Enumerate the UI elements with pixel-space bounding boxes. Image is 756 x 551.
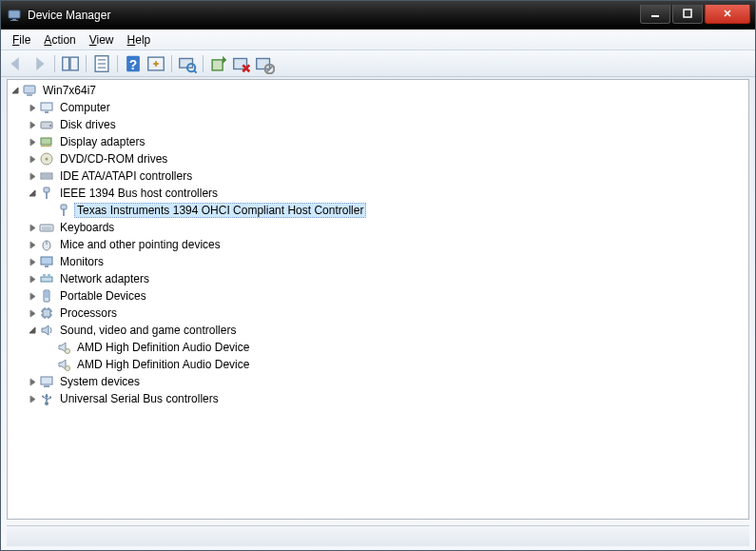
svg-rect-44 [41,257,52,265]
mouse-icon [39,237,54,252]
tree-node-sound-device[interactable]: AMD High Definition Audio Device [8,339,748,356]
window-buttons [640,7,755,24]
ide-icon [39,168,54,184]
tree-node-label: Computer [57,100,113,115]
expand-toggle[interactable] [27,222,38,233]
expand-toggle[interactable] [27,290,38,302]
expand-toggle[interactable] [27,376,38,387]
expand-toggle[interactable] [27,239,38,250]
svg-rect-28 [41,138,51,145]
forward-button[interactable] [28,53,50,74]
usb-icon [39,391,54,406]
sound-icon [39,323,54,338]
tree-node-mice[interactable]: Mice and other pointing devices [8,236,748,253]
show-hide-tree-button[interactable] [59,53,82,74]
scan-hardware-button[interactable] [176,53,199,74]
tree-node-processors[interactable]: Processors [8,305,748,322]
tree-node-usb[interactable]: Universal Serial Bus controllers [8,390,748,407]
tree-node-label: Disk drives [57,117,119,132]
svg-point-67 [42,396,44,398]
uninstall-button[interactable] [230,53,253,74]
expand-toggle[interactable] [10,85,21,96]
tree-node-ide[interactable]: IDE ATA/ATAPI controllers [8,167,748,185]
expand-toggle[interactable] [27,102,38,113]
tree-node-portable[interactable]: Portable Devices [8,287,748,305]
tree-node-ieee1394-device[interactable]: Texas Instruments 1394 OHCI Compliant Ho… [8,202,748,219]
svg-line-16 [194,69,197,72]
tree-node-sound-device[interactable]: AMD High Definition Audio Device [8,356,748,373]
help-button[interactable]: ? [122,53,145,74]
tree-node-network[interactable]: Network adapters [8,270,748,287]
svg-rect-46 [41,277,52,282]
device-tree[interactable]: Win7x64i7 Computer Disk drives Display a… [7,79,749,520]
svg-rect-3 [651,15,659,17]
expand-toggle[interactable] [27,256,38,267]
tree-node-computer[interactable]: Computer [8,99,748,116]
svg-rect-22 [24,86,35,93]
expand-toggle[interactable] [27,153,38,165]
keyboard-icon [39,220,54,235]
expand-toggle[interactable] [27,325,38,336]
expand-toggle[interactable] [27,136,38,148]
tree-node-sound[interactable]: Sound, video and game controllers [8,322,748,339]
svg-rect-19 [257,58,270,69]
expand-toggle[interactable] [27,170,38,182]
expand-toggle[interactable] [27,307,38,319]
svg-rect-25 [45,111,48,113]
svg-rect-45 [45,266,48,267]
toolbar-separator [171,55,172,72]
maximize-button[interactable] [672,5,703,24]
svg-rect-23 [27,94,32,96]
menu-action[interactable]: Action [38,31,81,49]
computer-category-icon [39,100,54,115]
properties-button[interactable] [90,53,113,74]
disable-button[interactable] [253,53,276,74]
close-button[interactable] [705,5,750,24]
update-driver-button[interactable] [207,53,230,74]
toolbar-separator [86,55,87,72]
expand-toggle[interactable] [27,119,38,130]
statusbar [7,525,749,546]
tree-node-dvd[interactable]: DVD/CD-ROM drives [8,150,748,167]
minimize-button[interactable] [640,5,670,24]
network-icon [39,271,54,286]
toolbar-separator [54,55,55,72]
svg-rect-4 [684,10,691,17]
tree-node-label: IEEE 1394 Bus host controllers [57,186,221,201]
computer-icon [22,83,37,98]
tree-node-monitors[interactable]: Monitors [8,253,748,270]
display-adapter-icon [39,134,54,149]
tree-node-label: System devices [57,374,143,389]
back-button[interactable] [5,53,28,74]
svg-rect-29 [41,146,51,147]
monitor-icon [39,254,54,269]
tree-node-keyboards[interactable]: Keyboards [8,219,748,236]
svg-rect-0 [9,10,20,18]
toolbar-separator [203,55,204,72]
svg-rect-5 [63,57,69,70]
tree-node-label: AMD High Definition Audio Device [74,357,252,372]
svg-rect-6 [70,57,78,70]
tree-node-display-adapters[interactable]: Display adapters [8,133,748,150]
tree-node-disk-drives[interactable]: Disk drives [8,116,748,133]
svg-point-61 [66,366,70,371]
tree-node-label: Mice and other pointing devices [57,237,223,252]
tree-node-label: IDE ATA/ATAPI controllers [57,168,195,184]
tree-node-label: Sound, video and game controllers [57,323,239,338]
expand-toggle[interactable] [27,187,38,199]
tree-root[interactable]: Win7x64i7 [8,82,748,99]
tree-node-system[interactable]: System devices [8,373,748,390]
tree-node-ieee1394[interactable]: IEEE 1394 Bus host controllers [8,185,748,202]
menu-view[interactable]: View [84,31,120,49]
menu-file[interactable]: File [7,31,36,49]
tree-node-label: Universal Serial Bus controllers [57,391,222,406]
menu-help[interactable]: Help [122,31,157,49]
svg-rect-62 [41,377,52,384]
expand-toggle[interactable] [27,273,38,285]
audio-device-icon [56,340,71,355]
svg-rect-24 [41,103,52,110]
expand-toggle[interactable] [27,393,38,404]
svg-rect-1 [12,19,16,20]
toolbar-separator [117,55,118,72]
action-tool-button[interactable] [145,53,167,74]
